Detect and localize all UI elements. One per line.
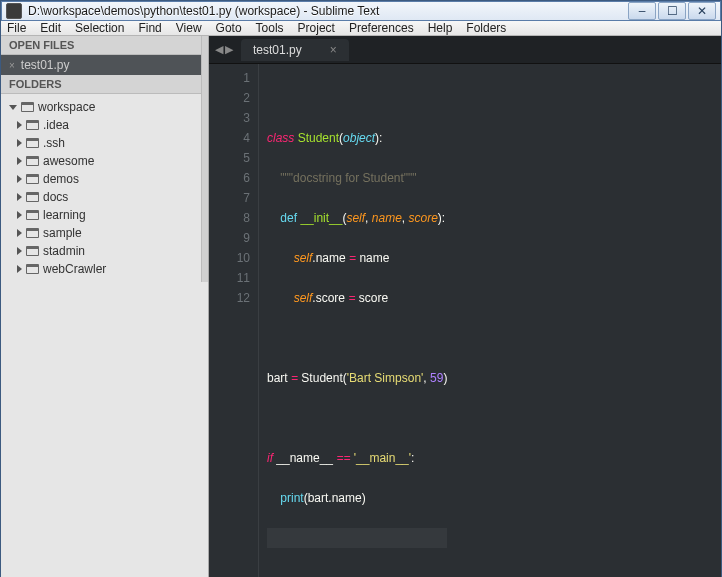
nav-back-icon[interactable]: ◀ bbox=[215, 43, 223, 56]
menubar: File Edit Selection Find View Goto Tools… bbox=[1, 21, 721, 36]
menu-folders[interactable]: Folders bbox=[466, 21, 506, 35]
folder-tree: workspace .idea .ssh awesome demos docs … bbox=[1, 94, 201, 282]
tree-label: sample bbox=[43, 226, 82, 240]
tab-label: test01.py bbox=[253, 43, 302, 57]
app-icon bbox=[6, 3, 22, 19]
open-files-header: OPEN FILES bbox=[1, 36, 201, 55]
folder-icon bbox=[26, 246, 39, 256]
tab-bar: ◀ ▶ test01.py × bbox=[209, 36, 721, 64]
disclosure-right-icon bbox=[17, 211, 22, 219]
disclosure-right-icon bbox=[17, 193, 22, 201]
code-lines[interactable]: class Student(object): """docstring for … bbox=[259, 64, 447, 577]
disclosure-right-icon bbox=[17, 265, 22, 273]
close-button[interactable]: ✕ bbox=[688, 2, 716, 20]
titlebar[interactable]: D:\workspace\demos\python\test01.py (wor… bbox=[1, 1, 721, 21]
window-title: D:\workspace\demos\python\test01.py (wor… bbox=[28, 4, 622, 18]
tree-root-label: workspace bbox=[38, 100, 95, 114]
menu-file[interactable]: File bbox=[7, 21, 26, 35]
tree-label: demos bbox=[43, 172, 79, 186]
menu-find[interactable]: Find bbox=[138, 21, 161, 35]
tree-label: learning bbox=[43, 208, 86, 222]
folder-icon bbox=[21, 102, 34, 112]
disclosure-right-icon bbox=[17, 175, 22, 183]
menu-preferences[interactable]: Preferences bbox=[349, 21, 414, 35]
open-file-item[interactable]: × test01.py bbox=[1, 55, 201, 75]
app-window: D:\workspace\demos\python\test01.py (wor… bbox=[0, 0, 722, 577]
nav-forward-icon[interactable]: ▶ bbox=[225, 43, 233, 56]
code-area[interactable]: 123456789101112 class Student(object): "… bbox=[209, 64, 721, 577]
folder-icon bbox=[26, 264, 39, 274]
menu-view[interactable]: View bbox=[176, 21, 202, 35]
tree-folder[interactable]: stadmin bbox=[1, 242, 201, 260]
tree-folder[interactable]: .idea bbox=[1, 116, 201, 134]
disclosure-down-icon bbox=[9, 105, 17, 110]
disclosure-right-icon bbox=[17, 121, 22, 129]
menu-tools[interactable]: Tools bbox=[256, 21, 284, 35]
tree-folder[interactable]: .ssh bbox=[1, 134, 201, 152]
folder-icon bbox=[26, 120, 39, 130]
folder-icon bbox=[26, 192, 39, 202]
minimize-button[interactable]: – bbox=[628, 2, 656, 20]
menu-help[interactable]: Help bbox=[428, 21, 453, 35]
tree-label: awesome bbox=[43, 154, 94, 168]
tree-folder[interactable]: learning bbox=[1, 206, 201, 224]
disclosure-right-icon bbox=[17, 157, 22, 165]
tree-folder[interactable]: docs bbox=[1, 188, 201, 206]
tree-folder[interactable]: demos bbox=[1, 170, 201, 188]
disclosure-right-icon bbox=[17, 247, 22, 255]
disclosure-right-icon bbox=[17, 139, 22, 147]
sidebar-scrollbar[interactable] bbox=[201, 36, 208, 282]
tree-label: stadmin bbox=[43, 244, 85, 258]
tree-folder[interactable]: webCrawler bbox=[1, 260, 201, 278]
tab-close-icon[interactable]: × bbox=[330, 43, 337, 57]
tab-nav: ◀ ▶ bbox=[215, 43, 233, 56]
menu-selection[interactable]: Selection bbox=[75, 21, 124, 35]
maximize-button[interactable]: ☐ bbox=[658, 2, 686, 20]
folders-header: FOLDERS bbox=[1, 75, 201, 94]
open-file-name: test01.py bbox=[21, 58, 70, 72]
tree-label: webCrawler bbox=[43, 262, 106, 276]
tree-folder[interactable]: awesome bbox=[1, 152, 201, 170]
tree-label: .idea bbox=[43, 118, 69, 132]
tree-label: .ssh bbox=[43, 136, 65, 150]
tree-label: docs bbox=[43, 190, 68, 204]
folder-icon bbox=[26, 174, 39, 184]
disclosure-right-icon bbox=[17, 229, 22, 237]
folder-icon bbox=[26, 156, 39, 166]
tab-active[interactable]: test01.py × bbox=[241, 39, 349, 61]
line-gutter: 123456789101112 bbox=[209, 64, 259, 577]
folder-icon bbox=[26, 210, 39, 220]
close-file-icon[interactable]: × bbox=[9, 60, 15, 71]
sidebar: OPEN FILES × test01.py FOLDERS workspace bbox=[1, 36, 209, 577]
menu-goto[interactable]: Goto bbox=[216, 21, 242, 35]
menu-edit[interactable]: Edit bbox=[40, 21, 61, 35]
menu-project[interactable]: Project bbox=[298, 21, 335, 35]
tree-root[interactable]: workspace bbox=[1, 98, 201, 116]
folder-icon bbox=[26, 138, 39, 148]
editor: ◀ ▶ test01.py × 123456789101112 class St… bbox=[209, 36, 721, 577]
tree-folder[interactable]: sample bbox=[1, 224, 201, 242]
folder-icon bbox=[26, 228, 39, 238]
